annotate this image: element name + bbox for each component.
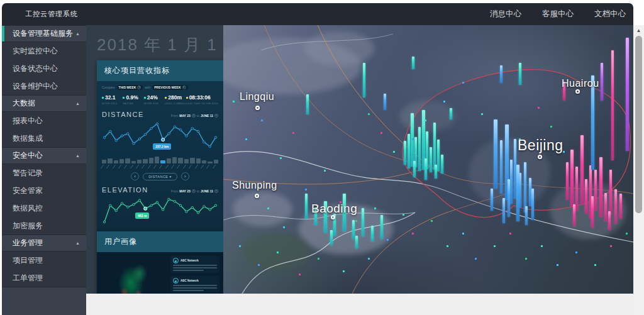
network-cards: ◉ABC Network◉ABC Network [170,256,219,294]
map-bar [619,194,622,219]
sidebar-group-label: 业务管理 [13,238,43,248]
kpi-value: 24% [144,94,165,101]
caret-up-icon: ▲ [75,31,80,36]
minibar [214,160,218,163]
map-dot [374,207,376,209]
sidebar-item-加密服务[interactable]: 加密服务 [2,217,86,235]
map-dot [475,258,477,260]
city-label-lingqiu: Lingqiu [240,91,274,102]
sidebar-item-项目管理[interactable]: 项目管理 [2,251,86,269]
map-bar [352,220,355,239]
map-dot [299,274,301,275]
sidebar-group-设备管理基础服务[interactable]: 设备管理基础服务▲ [2,25,86,42]
sparkline-svg [102,196,218,226]
map-bar [430,147,432,172]
network-name: ABC Network [180,279,199,282]
close-icon[interactable]: ✕ [214,114,218,118]
caret-up-icon: ▲ [75,101,80,106]
sidebar-item-警告记录[interactable]: 警告记录 [2,164,86,182]
text-skeleton-line [173,285,217,286]
map-dot [541,245,543,247]
chart-title: ELEVATION [102,186,148,194]
sidebar-item-安全管家[interactable]: 安全管家 [2,182,86,199]
map-dot [280,157,282,159]
map-dot [343,270,345,272]
scrollbar-up-arrow-icon[interactable]: ▲ [633,28,644,33]
text-skeleton-line [173,265,217,266]
map-dot [292,132,294,134]
map-dot [305,189,307,191]
nav-link-客服中心[interactable]: 客服中心 [542,9,574,19]
map-bar [425,158,427,180]
compare-prefix: Compare [102,86,115,89]
map-dot [525,258,527,260]
sidebar-item-工单管理[interactable]: 工单管理 [2,269,86,287]
range-to-value: JUNE 11 [201,114,213,118]
map-bar [585,179,587,214]
map-dot [509,233,511,235]
minibar [108,158,112,163]
close-icon[interactable]: ✕ [214,189,218,193]
kpi-stat: 280mLESS CLIMBING [165,94,186,105]
map-bar [599,157,602,217]
axis-tick [212,165,219,169]
map-bar [566,162,569,200]
sidebar-item-数据集成[interactable]: 数据集成 [2,130,86,147]
map-bar [531,189,534,220]
metric-select-dropdown[interactable]: DISTANCE ▾ [143,173,177,180]
map-dot [557,264,558,266]
compare-tag-this-week[interactable]: THIS WEEK ✕ [117,85,143,90]
range-from-value: MAY 23 [179,189,191,193]
kpi-value: 32.1 [102,94,123,101]
vertical-scrollbar[interactable]: ▲ [633,25,644,315]
map-bar [570,150,574,206]
sidebar-group-业务管理[interactable]: 业务管理▲ [2,235,86,251]
sidebar-item-设备状态中心[interactable]: 设备状态中心 [2,60,86,77]
kpi-stat: 0.9%FASTER [123,94,143,105]
map-dot [387,239,389,241]
map-bar [330,230,333,245]
nav-link-消息中心[interactable]: 消息中心 [490,9,521,19]
beijing-3d-map[interactable]: LingqiuHuairouBeijingShunpingBaoding [223,25,633,294]
sidebar-group-安全中心[interactable]: 安全中心▲ [2,147,86,164]
close-icon[interactable]: ✕ [192,189,196,193]
sidebar-item-设备维护中心[interactable]: 设备维护中心 [2,77,86,95]
map-dot [261,119,263,121]
map-bar [435,165,437,179]
map-bar [591,75,594,170]
page-bottom-area [86,294,633,315]
map-bar [450,108,452,119]
sidebar-item-报表中心[interactable]: 报表中心 [2,112,86,130]
city-marker-huairou [575,89,580,94]
pager-prev-button[interactable]: ‹ [131,172,139,180]
text-skeleton-line [173,270,204,271]
sidebar-item-数据风控[interactable]: 数据风控 [2,199,86,217]
chart-tooltip: 683 m [135,213,149,219]
close-icon[interactable]: ✕ [137,86,141,89]
minibar [143,159,147,163]
nav-link-文档中心[interactable]: 文档中心 [594,9,626,19]
pager-next-button[interactable]: › [181,172,189,180]
chart-date-range: FromMAY 23✕toJUNE 11✕ [171,114,218,118]
close-icon[interactable]: ✕ [182,86,186,89]
city-label-baoding: Baoding [311,202,357,216]
kpi-stat: 32.1MORE KM'S [102,94,123,105]
scrollbar-thumb[interactable] [635,36,642,213]
network-logo-icon: ◉ [173,278,179,284]
minibars [102,157,218,163]
map-bar [491,189,493,211]
range-to-label: to [197,114,199,118]
compare-tag-previous-week[interactable]: PREVIOUS WEEK ✕ [152,85,187,90]
close-icon[interactable]: ✕ [192,114,196,118]
map-dot [443,101,445,102]
map-bar [404,141,406,165]
map-dot [233,101,235,102]
kpi-label: MORE KM'S [102,102,123,105]
minibar [149,158,153,163]
text-skeleton-line [173,290,204,291]
navbar-links: 消息中心客服中心文档中心 [490,9,626,19]
sidebar-item-实时监控中心[interactable]: 实时监控中心 [2,42,86,60]
revenue-panel-body: Compare THIS WEEK ✕ with PREVIOUS WEEK ✕… [97,81,223,231]
kpi-label: LESS TIME ON THE BIKE [186,102,218,105]
sidebar-group-大数据[interactable]: 大数据▲ [2,95,86,112]
